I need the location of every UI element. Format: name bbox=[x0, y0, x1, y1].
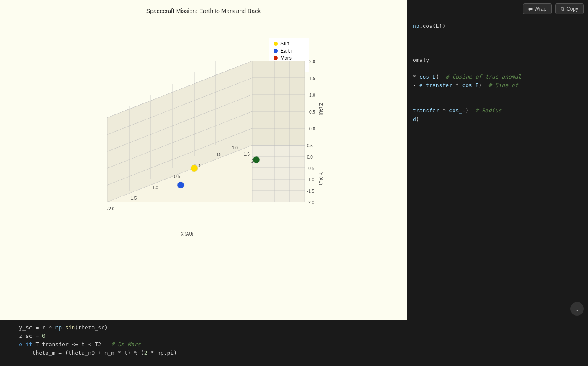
code-line-4 bbox=[413, 47, 582, 56]
sun-point bbox=[191, 165, 198, 172]
y-axis-label-n1: -1.0 bbox=[307, 178, 314, 182]
plot-title: Spacecraft Mission: Earth to Mars and Ba… bbox=[0, 0, 407, 14]
code-content: np.cos(E)) omaly * cos_E) # Cosine of tr… bbox=[407, 18, 588, 320]
code-line-8: - e_transfer * cos_E) # Sine of bbox=[413, 81, 582, 90]
y-axis-name: Y (AU) bbox=[319, 172, 323, 185]
x-axis-label-1.5: 1.5 bbox=[244, 152, 250, 156]
bottom-code-line-2: z_sc = 0 bbox=[6, 332, 582, 340]
code-toolbar: ⇌ Wrap ⧉ Copy bbox=[407, 0, 588, 18]
copy-label: Copy bbox=[567, 6, 578, 12]
code-panel: ⇌ Wrap ⧉ Copy np.cos(E)) omaly * cos_E) … bbox=[407, 0, 588, 320]
main-area: Spacecraft Mission: Earth to Mars and Ba… bbox=[0, 0, 588, 320]
code-line-9 bbox=[413, 90, 582, 98]
code-line-10 bbox=[413, 98, 582, 106]
x-axis-label-1: 1.0 bbox=[232, 146, 238, 150]
z-axis-name: Z (AU) bbox=[319, 103, 323, 115]
svg-marker-27 bbox=[252, 145, 305, 202]
code-line-6 bbox=[413, 64, 582, 73]
scroll-down-button[interactable]: ⌄ bbox=[570, 302, 584, 316]
wrap-label: Wrap bbox=[535, 6, 546, 12]
y-axis-label-n2: -2.0 bbox=[307, 200, 314, 205]
copy-icon: ⧉ bbox=[561, 6, 564, 12]
x-axis-label-n2: -2.0 bbox=[107, 207, 115, 211]
code-line-2 bbox=[413, 30, 582, 39]
z-axis-label-2.0: 2.0 bbox=[309, 59, 315, 64]
bottom-code-line-1: y_sc = r * np.sin(theta_sc) bbox=[6, 324, 582, 332]
x-axis-label-n1: -1.0 bbox=[151, 186, 158, 190]
code-line-3 bbox=[413, 39, 582, 47]
x-axis-name: X (AU) bbox=[181, 232, 193, 236]
code-line-12: d) bbox=[413, 115, 582, 124]
copy-button[interactable]: ⧉ Copy bbox=[555, 3, 584, 14]
z-axis-label-1.5: 1.5 bbox=[309, 76, 315, 81]
code-line-5: omaly bbox=[413, 56, 582, 64]
code-line-1: np.cos(E)) bbox=[413, 22, 582, 30]
y-axis-label-0: 0.0 bbox=[307, 155, 313, 159]
x-axis-label-n1.5: -1.5 bbox=[129, 196, 137, 201]
z-axis-label-1.0: 1.0 bbox=[309, 93, 315, 98]
svg-marker-45 bbox=[252, 61, 305, 145]
wrap-icon: ⇌ bbox=[528, 6, 533, 12]
earth-point bbox=[177, 182, 184, 188]
bottom-code-area: y_sc = r * np.sin(theta_sc) z_sc = 0 eli… bbox=[0, 320, 588, 366]
y-axis-label-n1.5: -1.5 bbox=[307, 189, 314, 194]
plot-3d-view: -2.0 -1.5 -1.0 -0.5 0.0 0.5 1.0 1.5 2.0 … bbox=[42, 21, 357, 273]
y-axis-label-n0.5: -0.5 bbox=[307, 166, 314, 171]
x-axis-label-0.5: 0.5 bbox=[216, 152, 221, 157]
wrap-button[interactable]: ⇌ Wrap bbox=[523, 3, 552, 14]
spacecraft-point bbox=[253, 156, 260, 163]
bottom-code-line-3: elif T_transfer <= t < T2: # On Mars bbox=[6, 340, 582, 349]
bottom-code-line-4: theta_m = (theta_m0 + n_m * t) % (2 * np… bbox=[6, 349, 582, 357]
code-line-11: transfer * cos_1) # Radius bbox=[413, 106, 582, 115]
code-line-7: * cos_E) # Cosine of true anomal bbox=[413, 73, 582, 81]
x-axis-label-n0.5: -0.5 bbox=[173, 174, 180, 179]
y-axis-label-0.5: 0.5 bbox=[307, 143, 313, 148]
plot-svg: -2.0 -1.5 -1.0 -0.5 0.0 0.5 1.0 1.5 2.0 … bbox=[42, 21, 336, 257]
z-axis-label-0.0: 0.0 bbox=[309, 127, 315, 131]
z-axis-label-0.5: 0.5 bbox=[309, 110, 315, 114]
plot-container: Spacecraft Mission: Earth to Mars and Ba… bbox=[0, 0, 407, 320]
